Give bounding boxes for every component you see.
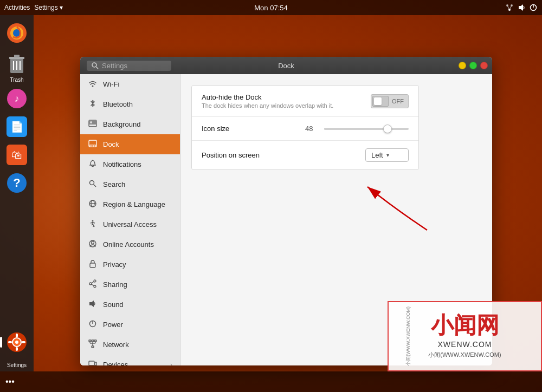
window-titlebar: Dock xyxy=(80,57,492,74)
sidebar-item-search[interactable]: Search xyxy=(80,174,180,194)
svg-rect-53 xyxy=(90,263,95,267)
dock-icon-help[interactable]: ? xyxy=(4,171,29,195)
dock-icon-firefox[interactable] xyxy=(4,21,29,45)
sidebar-item-sound[interactable]: Sound xyxy=(80,295,180,315)
dock-icon-settings[interactable] xyxy=(4,330,29,355)
svg-rect-28 xyxy=(16,334,18,337)
top-panel: Activities Settings ▾ Mon 07:54 xyxy=(0,0,542,15)
svg-line-57 xyxy=(92,282,94,283)
sidebar-item-privacy[interactable]: Privacy xyxy=(80,254,180,275)
settings-menu-button[interactable]: Settings ▾ xyxy=(34,4,62,11)
sidebar-item-devices[interactable]: Devices › xyxy=(80,355,180,365)
sidebar-item-sharing[interactable]: Sharing xyxy=(80,275,180,295)
trash-label: Trash xyxy=(10,77,23,83)
svg-rect-31 xyxy=(22,341,25,343)
position-title: Position on screen xyxy=(202,151,365,159)
minimize-button[interactable] xyxy=(459,62,466,69)
search-input[interactable] xyxy=(102,62,167,70)
network-status-icon[interactable] xyxy=(505,3,514,12)
bluetooth-icon xyxy=(88,99,98,109)
window-search-bar[interactable] xyxy=(87,61,171,71)
sidebar-item-universal-access[interactable]: Universal Access xyxy=(80,214,180,234)
settings-sidebar: Wi-Fi Bluetooth xyxy=(80,74,180,365)
sidebar-item-wifi[interactable]: Wi-Fi xyxy=(80,74,180,94)
svg-rect-40 xyxy=(91,146,92,147)
notifications-icon xyxy=(88,159,98,169)
icon-size-slider[interactable] xyxy=(324,128,409,130)
volume-icon[interactable] xyxy=(517,3,526,12)
desktop: Activities Settings ▾ Mon 07:54 xyxy=(0,0,542,392)
sidebar-label-notifications: Notifications xyxy=(103,160,141,168)
auto-hide-toggle[interactable]: OFF xyxy=(371,94,409,108)
online-accounts-icon xyxy=(88,239,98,250)
position-dropdown[interactable]: Left ▾ xyxy=(365,148,409,162)
activities-button[interactable]: Activities xyxy=(4,4,30,11)
svg-point-43 xyxy=(92,160,93,161)
slider-thumb[interactable] xyxy=(383,125,392,133)
sidebar-label-sound: Sound xyxy=(103,300,124,309)
svg-point-54 xyxy=(94,280,96,282)
sidebar-item-background[interactable]: Background xyxy=(80,114,180,134)
maximize-button[interactable] xyxy=(469,62,477,69)
power-menu-icon[interactable] xyxy=(529,3,538,12)
svg-marker-59 xyxy=(89,300,94,307)
toggle-thumb xyxy=(374,97,382,105)
svg-rect-62 xyxy=(89,340,91,342)
sidebar-item-region[interactable]: Region & Language xyxy=(80,194,180,214)
position-on-screen-row: Position on screen Left ▾ xyxy=(192,141,418,169)
icon-size-value: 48 xyxy=(305,125,319,133)
devices-icon xyxy=(88,360,98,365)
icon-size-title: Icon size xyxy=(202,125,305,133)
svg-point-49 xyxy=(92,220,94,222)
sidebar-item-dock[interactable]: Dock xyxy=(80,134,180,154)
dock-icon-software[interactable]: 🛍 xyxy=(4,142,29,167)
sidebar-item-bluetooth[interactable]: Bluetooth xyxy=(80,94,180,114)
background-icon xyxy=(88,119,98,129)
watermark-english: XWENW.COM xyxy=(438,340,492,349)
dock-icon-app2[interactable]: 📄 xyxy=(4,114,29,139)
svg-rect-65 xyxy=(92,346,94,348)
sidebar-label-power: Power xyxy=(103,321,123,329)
show-apps-button[interactable]: ••• xyxy=(5,377,15,387)
dock-settings-panel: Auto-hide the Dock The dock hides when a… xyxy=(191,85,419,170)
watermark: 小闻(WWW.XWENW.COM) 小闻网 XWENW.COM 小闻(WWW.X… xyxy=(388,301,542,371)
sidebar-item-network[interactable]: Network xyxy=(80,335,180,355)
privacy-icon xyxy=(88,259,98,270)
svg-text:📄: 📄 xyxy=(10,120,24,133)
sidebar-label-dock: Dock xyxy=(103,140,119,148)
toggle-track xyxy=(372,96,389,107)
svg-line-45 xyxy=(94,185,96,187)
icon-size-row: Icon size 48 xyxy=(192,117,418,141)
svg-line-4 xyxy=(509,5,512,10)
auto-hide-title: Auto-hide the Dock xyxy=(202,93,371,101)
toggle-label: OFF xyxy=(389,98,407,104)
svg-rect-63 xyxy=(92,340,94,342)
arrow-annotation xyxy=(362,181,470,246)
svg-rect-30 xyxy=(8,341,12,343)
close-button[interactable] xyxy=(480,62,488,69)
svg-rect-13 xyxy=(14,55,20,57)
watermark-url: 小闻(WWW.XWENW.COM) xyxy=(428,351,501,359)
svg-marker-5 xyxy=(519,4,523,11)
dock-icon-app1[interactable]: ♪ xyxy=(4,86,29,111)
sidebar-label-search: Search xyxy=(103,180,125,188)
sidebar-label-privacy: Privacy xyxy=(103,260,126,269)
svg-text:?: ? xyxy=(13,176,20,190)
sidebar-label-universal-access: Universal Access xyxy=(103,220,157,228)
svg-point-27 xyxy=(15,341,18,344)
devices-chevron: › xyxy=(170,361,172,366)
svg-rect-29 xyxy=(16,347,18,351)
sidebar-item-online-accounts[interactable]: Online Accounts xyxy=(80,234,180,254)
dock-icon-trash[interactable] xyxy=(4,51,29,76)
sidebar-item-notifications[interactable]: Notifications xyxy=(80,154,180,174)
sidebar-item-power[interactable]: Power xyxy=(80,315,180,335)
svg-point-44 xyxy=(90,181,94,185)
desktop-dock: Trash ♪ 📄 🛍 ? xyxy=(0,15,34,371)
titlebar-search-icon xyxy=(91,62,99,69)
svg-text:♪: ♪ xyxy=(15,93,20,104)
sidebar-label-network: Network xyxy=(103,341,129,349)
sidebar-label-wifi: Wi-Fi xyxy=(103,80,119,88)
bottom-panel: ••• xyxy=(0,371,542,392)
dropdown-arrow: ▾ xyxy=(386,152,389,158)
position-label: Position on screen xyxy=(202,151,365,159)
